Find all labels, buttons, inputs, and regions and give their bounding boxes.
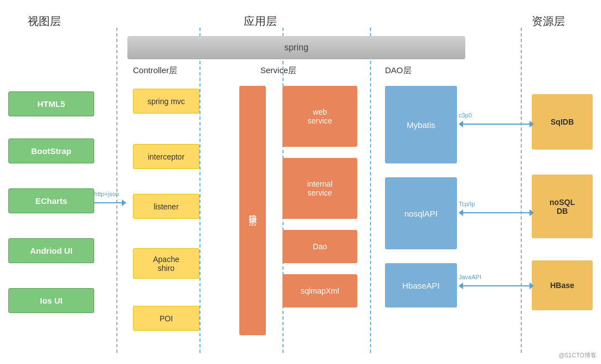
web-service-box: web service xyxy=(282,86,357,147)
springmvc-box: spring mvc xyxy=(133,89,199,114)
http-json-arrow: http+json xyxy=(94,199,126,206)
divider-line-4 xyxy=(370,28,371,353)
nosqlapi-box: nosqlAPI xyxy=(385,177,457,249)
tcp-ip-arrow: Tcp/Ip xyxy=(459,209,534,216)
sqldb-box: SqIDB xyxy=(532,94,593,150)
internal-service-box: internal service xyxy=(282,158,357,219)
view-layer-title: 视图层 xyxy=(28,14,61,29)
service-layer-label: Service层 xyxy=(260,65,296,76)
app-layer-title: 应用层 xyxy=(244,14,277,29)
apache-shiro-box: Apache shiro xyxy=(133,248,199,279)
dao-layer-label: DAO层 xyxy=(385,65,412,76)
resource-layer-title: 资源层 xyxy=(532,14,565,29)
bootstrap-box: BootStrap xyxy=(8,139,94,163)
html5-box: HTML5 xyxy=(8,91,94,116)
echarts-box: ECharts xyxy=(8,188,94,213)
poi-box: POI xyxy=(133,306,199,331)
controller-layer-label: Controller层 xyxy=(133,65,177,76)
android-box: Andriod UI xyxy=(8,238,94,263)
watermark: @51CTO博客 xyxy=(559,351,597,360)
c3p0-arrow: c3p0 xyxy=(459,121,534,127)
spring-bar: spring xyxy=(127,36,465,59)
dao-service-box: Dao xyxy=(282,230,357,263)
hbase-box: HBase xyxy=(532,260,593,310)
interceptor-box: interceptor xyxy=(133,144,199,169)
sqlmap-box: sqlmapXml xyxy=(282,274,357,307)
ios-box: Ios UI xyxy=(8,288,94,313)
diagram-container: 视图层 应用层 资源层 spring Controller层 Service层 … xyxy=(0,0,601,364)
interface-box: 接口层 xyxy=(239,86,266,335)
divider-line-2 xyxy=(199,28,201,353)
mybatis-box: Mybatis xyxy=(385,86,457,163)
nosqldb-box: noSQL DB xyxy=(532,175,593,238)
listener-box: listener xyxy=(133,194,199,219)
divider-line-5 xyxy=(521,28,522,353)
java-api-arrow: JavaAPI xyxy=(459,283,534,289)
hbaseapi-box: HbaseAPI xyxy=(385,263,457,307)
